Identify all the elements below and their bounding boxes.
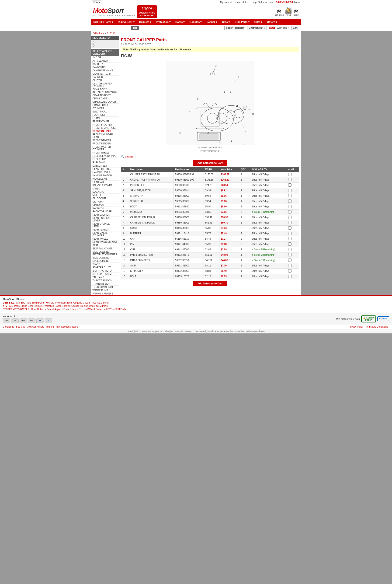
- add-checkbox[interactable]: [288, 264, 292, 267]
- nav-item-dirt-bike-parts[interactable]: Dirt Bike Parts ▾: [91, 19, 116, 25]
- sidebar-item-gear-shifting[interactable]: GEAR SHIFTING: [91, 168, 119, 171]
- nav-item-casual[interactable]: Casual ▾: [204, 19, 219, 25]
- sidebar-item-radiator-hose[interactable]: RADIATOR HOSE: [91, 210, 119, 213]
- store-link[interactable]: Goggles: [62, 305, 70, 307]
- cell-add[interactable]: [286, 188, 299, 193]
- add-checkbox[interactable]: [288, 173, 292, 176]
- sidebar-item-tail-lamp[interactable]: TAIL LAMP: [91, 276, 119, 279]
- sidebar-item-carrier[interactable]: CARRIER: [91, 76, 119, 79]
- add-checkbox[interactable]: [288, 242, 292, 246]
- cell-add[interactable]: [286, 225, 299, 231]
- add-checkbox[interactable]: [288, 232, 292, 235]
- wish-list-link[interactable]: Wish lists ☆: [277, 27, 290, 29]
- sidebar-item-air-cleaner[interactable]: AIR CLEANER: [91, 59, 119, 63]
- sidebar-item-muffler[interactable]: MUFFLER: [91, 194, 119, 197]
- add-checkbox[interactable]: [288, 216, 292, 219]
- add-checkbox[interactable]: [288, 248, 292, 251]
- sidebar-item-footrest[interactable]: FOOTREST: [91, 113, 119, 117]
- nav-item-boots[interactable]: Boots ▾: [173, 19, 187, 25]
- store-link[interactable]: OEM Parts: [97, 301, 109, 304]
- nav-item-riding-gear[interactable]: Riding Gear ▾: [116, 19, 137, 25]
- store-link[interactable]: Riding Gear: [20, 305, 33, 307]
- cell-add[interactable]: [286, 220, 299, 225]
- store-link[interactable]: Casual: [83, 301, 90, 304]
- store-link[interactable]: Tire and Wheel: [79, 308, 95, 311]
- store-link[interactable]: Books and DVDs: [96, 308, 114, 311]
- store-link[interactable]: Casual Apparel: [47, 308, 62, 311]
- cell-add[interactable]: [286, 199, 299, 204]
- sidebar-item-electrical[interactable]: ELECTRICAL: [91, 110, 119, 113]
- sidebar-item-label[interactable]: LABEL: [91, 187, 119, 190]
- sidebar-item-steering-stem[interactable]: STEERING STEM: [91, 273, 119, 276]
- sidebar-item-fuel-pump[interactable]: FUEL PUMP: [91, 158, 119, 161]
- nav-item-oem-parts[interactable]: OEM Parts ▾: [232, 19, 252, 25]
- sidebar-item-crankshaft[interactable]: CRANKSHAFT: [91, 104, 119, 107]
- nav-item-tires[interactable]: Tires ▾: [220, 19, 232, 25]
- sidebar-item-handle-lever[interactable]: HANDLE LEVER: [91, 171, 119, 174]
- sidebar-item-rear-master-cylinder[interactable]: REAR MASTER CYLINDER: [91, 231, 119, 237]
- sidebar-item-front-cylinder-head[interactable]: FRONT CYLINDER HEAD: [91, 133, 119, 139]
- sidebar-item-optional[interactable]: OPTIONAL: [91, 203, 119, 207]
- sidebar-item-handle-switch[interactable]: HANDLE SWITCH: [91, 174, 119, 177]
- sidebar-item-knuckle-cover[interactable]: KNUCKLE COVER: [91, 184, 119, 187]
- sidebar-item-canister-(e33)[interactable]: CANISTER (E33): [91, 72, 119, 76]
- cart-button[interactable]: Cart: [292, 26, 299, 30]
- sidebar-item-speedometer[interactable]: SPEEDOMETER: [91, 259, 119, 263]
- international-shipping-link[interactable]: International Shipping: [56, 325, 78, 328]
- ride-option-2[interactable]: [92, 44, 94, 47]
- cell-add[interactable]: [286, 183, 299, 188]
- sidebar-item-rear-cushion-lever[interactable]: REAR CUSHION LEVER: [91, 217, 119, 222]
- add-checkbox[interactable]: [288, 210, 292, 214]
- add-checkbox[interactable]: [288, 205, 292, 208]
- sidebar-item-side-cowling[interactable]: SIDE COWLING: [91, 256, 119, 259]
- sidebar-item-front-fender[interactable]: FRONT FENDER: [91, 142, 119, 145]
- cell-add[interactable]: [286, 247, 299, 252]
- sidebar-item-fuel-tank[interactable]: FUEL TANK: [91, 161, 119, 164]
- terms-link[interactable]: Terms and Conditions: [365, 325, 388, 328]
- breadcrumb-oem[interactable]: OEM Parts: [93, 32, 104, 35]
- chat-button[interactable]: Chat with us 💬: [247, 26, 267, 30]
- sidebar-item-front-brake-hose[interactable]: FRONT BRAKE HOSE: [91, 127, 119, 130]
- contact-us-link[interactable]: Contact us: [3, 325, 14, 328]
- cell-add[interactable]: [286, 268, 299, 274]
- cell-add[interactable]: [286, 242, 299, 247]
- country-selector[interactable]: USA ▼: [92, 1, 102, 4]
- add-to-cart-top[interactable]: Add Selected to Cart: [192, 160, 227, 166]
- store-link[interactable]: ATV Parts: [9, 305, 20, 307]
- cell-add[interactable]: [286, 252, 299, 258]
- store-link[interactable]: Riding Gear: [32, 301, 44, 304]
- atv-icon[interactable]: 🚵 ATVs: [285, 7, 292, 16]
- sidebar-item-gasket-set[interactable]: GASKET SET: [91, 164, 119, 168]
- logo[interactable]: MotoSport MOTORCYCLE PARTS & ACCESSORIES: [93, 7, 136, 17]
- sidebar-item-oil-cooler[interactable]: OIL COOLER: [91, 197, 119, 200]
- help-link[interactable]: Help: [252, 1, 256, 4]
- nav-item-protection[interactable]: Protection ▾: [154, 19, 173, 25]
- sidebar-item-front-bracket[interactable]: FRONT BRACKET: [91, 123, 119, 127]
- cell-add[interactable]: [286, 258, 299, 263]
- sidebar-item-clutch-master-cylinder[interactable]: CLUTCH MASTER CYLINDER: [91, 82, 119, 88]
- sidebar-item-oil-pump[interactable]: OIL PUMP: [91, 200, 119, 203]
- sidebar-item-water-pump[interactable]: WATER PUMP: [91, 289, 119, 292]
- store-link[interactable]: Exhaust: [70, 308, 78, 311]
- sidebar-item-starting-motor[interactable]: STARTING MOTOR: [91, 269, 119, 273]
- store-link[interactable]: Helmets: [34, 305, 42, 307]
- add-checkbox[interactable]: [288, 189, 292, 192]
- add-checkbox[interactable]: [288, 178, 292, 181]
- affiliate-link[interactable]: Join Our Affiliate Program: [27, 325, 54, 328]
- cell-add[interactable]: [286, 204, 299, 209]
- cell-add[interactable]: [286, 231, 299, 236]
- dirt-bike-icon[interactable]: 🏍 Dirt Bikes: [275, 7, 284, 16]
- sidebar-item-frame-cover[interactable]: FRAME COVER: [91, 120, 119, 123]
- order-status-link[interactable]: Order status: [236, 1, 248, 4]
- cell-add[interactable]: [286, 215, 299, 220]
- sidebar-item-front-damper[interactable]: FRONT DAMPER: [91, 139, 119, 142]
- sidebar-item-rear-fender[interactable]: REAR FENDER: [91, 228, 119, 231]
- store-link[interactable]: Casual: [71, 305, 78, 307]
- sidebar-item-front-caliper[interactable]: FRONT CALIPER: [91, 130, 119, 133]
- sidebar-item-cam-chain[interactable]: CAM CHAIN: [91, 66, 119, 69]
- breadcrumb-suzuki[interactable]: SUZUKI: [107, 32, 116, 35]
- add-checkbox[interactable]: [288, 275, 292, 278]
- nav-item-goggles[interactable]: Goggles ▾: [187, 19, 204, 25]
- sidebar-item-cowling-body[interactable]: COWLING BODY: [91, 94, 119, 97]
- store-link[interactable]: Protection: [55, 301, 66, 304]
